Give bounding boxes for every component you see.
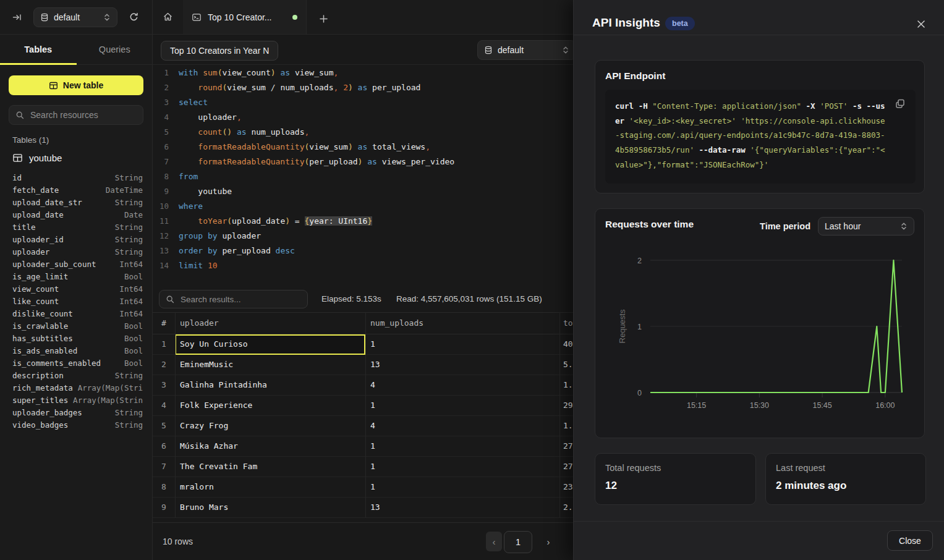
column-row: super_titlesArray(Map(Strin: [0, 394, 153, 406]
cell-uploader[interactable]: Soy Un Curioso: [180, 339, 248, 349]
column-name: uploader_id: [12, 235, 64, 244]
svg-text:15:15: 15:15: [687, 401, 706, 410]
results-toolbar: Elapsed: 5.153s Read: 4,557,605,031 rows…: [153, 286, 573, 312]
query-title: Top 10 Creators in Year N: [170, 46, 269, 56]
cell-uploader[interactable]: Músika Azhar: [180, 441, 238, 451]
home-button[interactable]: [153, 0, 184, 34]
column-row: uploader_sub_countInt64: [0, 258, 153, 270]
column-type: Bool: [124, 321, 143, 331]
cell-num-uploads[interactable]: 4: [370, 421, 375, 430]
line-number: 11: [153, 216, 169, 226]
new-tab-button[interactable]: [315, 10, 332, 27]
cell-num-uploads[interactable]: 4: [370, 380, 375, 389]
cell-uploader[interactable]: Bruno Mars: [180, 503, 228, 512]
svg-text:0: 0: [637, 389, 642, 397]
total-requests-card: Total requests 12: [595, 453, 756, 505]
cell-num-uploads[interactable]: 13: [370, 503, 380, 512]
tables-section-label: Tables (1): [12, 135, 49, 145]
time-period-group: Time period Last hour: [760, 217, 914, 235]
cell-num-uploads[interactable]: 1: [370, 441, 375, 451]
page-indicator[interactable]: 1: [504, 531, 532, 553]
column-row: descriptionString: [0, 369, 153, 381]
row-index: 9: [153, 503, 175, 512]
cell-num-uploads[interactable]: 1: [370, 339, 375, 349]
col-header-num-uploads[interactable]: num_uploads: [370, 318, 423, 328]
results-search: [159, 290, 308, 308]
code-text: limit 10: [179, 261, 218, 270]
column-name: is_crawlable: [12, 321, 68, 331]
insights-footer: Close: [574, 521, 944, 560]
col-header-uploader[interactable]: uploader: [180, 318, 219, 328]
chevron-updown-icon: [103, 13, 111, 22]
unsaved-changes-dot: [292, 15, 297, 20]
collapse-sidebar-button[interactable]: [9, 9, 26, 26]
code-line: 7 formatReadableQuantity(per_upload) as …: [153, 154, 573, 169]
stat-label: Total requests: [605, 463, 661, 473]
column-type: Array(Map(Stri: [78, 383, 143, 392]
column-row: video_badgesString: [0, 418, 153, 431]
svg-text:2: 2: [637, 257, 642, 265]
copy-button[interactable]: [894, 98, 908, 111]
line-number: 14: [153, 261, 169, 270]
code-text: group by uploader: [179, 231, 261, 240]
tab-queries[interactable]: Queries: [77, 35, 153, 64]
new-table-button[interactable]: New table: [9, 75, 143, 95]
cell-uploader[interactable]: The Crevatin Fam: [180, 462, 257, 471]
cell-num-uploads[interactable]: 13: [370, 360, 380, 369]
table-item-youtube[interactable]: youtube: [9, 150, 143, 166]
cell-num-uploads[interactable]: 1: [370, 401, 375, 410]
column-row: has_subtitlesBool: [0, 332, 153, 344]
line-number: 13: [153, 246, 169, 255]
resource-search-input[interactable]: [29, 109, 137, 121]
column-name: has_subtitles: [12, 334, 73, 343]
column-type: Date: [124, 210, 143, 219]
prev-page-button[interactable]: ‹: [486, 532, 502, 551]
cell-uploader[interactable]: mralorn: [180, 482, 214, 491]
close-icon: [916, 19, 926, 29]
cell-uploader[interactable]: Folk Experience: [180, 401, 252, 410]
table-icon: [12, 153, 23, 163]
query-title-chip[interactable]: Top 10 Creators in Year N: [161, 41, 278, 61]
editor-database-select[interactable]: default: [477, 40, 576, 60]
results-search-input[interactable]: [179, 294, 293, 305]
connection-select[interactable]: default: [33, 7, 117, 27]
column-row: fetch_dateDateTime: [0, 184, 153, 196]
cell-uploader[interactable]: Galinha Pintadinha: [180, 380, 267, 389]
cell-num-uploads[interactable]: 1: [370, 482, 375, 491]
close-button[interactable]: Close: [887, 530, 933, 551]
close-panel-button[interactable]: [915, 18, 927, 30]
column-type: String: [115, 420, 143, 430]
chevron-right-icon: ›: [547, 537, 550, 547]
line-number: 6: [153, 142, 169, 151]
code-text: uploader,: [179, 112, 242, 122]
column-row: is_crawlableBool: [0, 320, 153, 332]
svg-text:15:30: 15:30: [750, 401, 769, 410]
cell-uploader[interactable]: Crazy Frog: [180, 421, 228, 430]
api-endpoint-card: API Endpoint curl -H "Content-Type: appl…: [595, 60, 925, 193]
read-text: Read: 4,557,605,031 rows (151.15 GB): [396, 294, 542, 303]
next-page-button[interactable]: ›: [541, 534, 556, 549]
code-line: 13order by per_upload desc: [153, 243, 573, 258]
requests-card: Requests over time Time period Last hour…: [595, 208, 925, 438]
row-index: 3: [153, 380, 175, 389]
column-name: description: [12, 371, 64, 380]
editor-database-value: default: [498, 45, 524, 55]
time-period-select[interactable]: Last hour: [818, 217, 914, 235]
cell-uploader[interactable]: EminemMusic: [180, 360, 233, 369]
cell-num-uploads[interactable]: 1: [370, 462, 375, 471]
code-line: 10where: [153, 198, 573, 213]
column-name: uploader: [12, 247, 49, 257]
code-line: 12group by uploader: [153, 228, 573, 243]
column-name: is_comments_enabled: [12, 358, 101, 368]
sql-editor[interactable]: 1with sum(view_count) as view_sum,2 roun…: [153, 65, 573, 273]
query-tab[interactable]: Top 10 Creator...: [183, 0, 307, 34]
code-line: 8from: [153, 169, 573, 184]
column-row: upload_dateDate: [0, 208, 153, 221]
column-name: is_ads_enabled: [12, 346, 77, 355]
database-icon: [484, 46, 493, 54]
refresh-button[interactable]: [125, 9, 142, 26]
column-name: uploader_sub_count: [12, 260, 96, 269]
column-name: dislike_count: [12, 309, 73, 318]
query-tab-title: Top 10 Creator...: [208, 12, 286, 22]
tab-tables[interactable]: Tables: [0, 35, 77, 64]
